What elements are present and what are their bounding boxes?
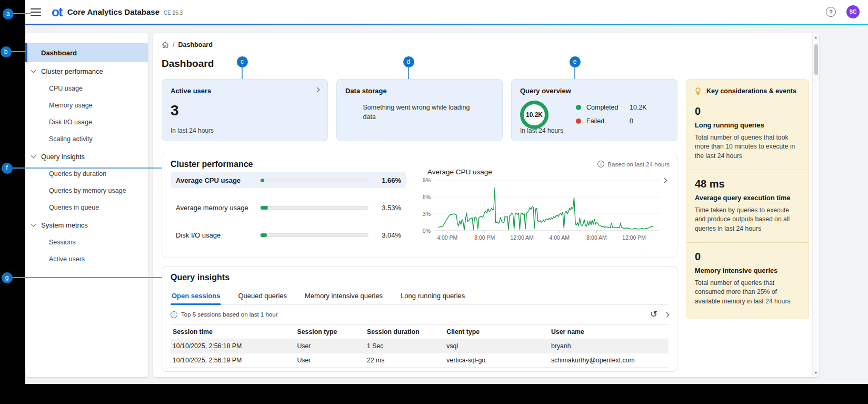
based-on-info: Based on last 24 hours bbox=[597, 161, 670, 167]
help-icon[interactable] bbox=[826, 7, 836, 17]
hamburger-menu-icon[interactable] bbox=[31, 8, 41, 16]
scroll-down-arrow-icon[interactable]: ▼ bbox=[813, 371, 819, 375]
active-users-card: Active users 3 In last 24 hours bbox=[162, 79, 328, 141]
query-donut-value: 10.2K bbox=[526, 111, 543, 119]
sidebar-item-label: Query insights bbox=[41, 153, 85, 161]
sidebar-item-memory-usage[interactable]: Memory usage bbox=[25, 97, 148, 114]
query-overview-card: Query overview 10.2K Completed10.2KFaile… bbox=[511, 79, 677, 141]
svg-text:6%: 6% bbox=[423, 194, 431, 200]
tab-long-running-queries[interactable]: Long running queries bbox=[400, 288, 466, 304]
sidebar-item-sessions[interactable]: Sessions bbox=[25, 234, 148, 251]
metric-label: Average CPU usage bbox=[176, 176, 260, 184]
query-insights-tabs: Open sessionsQueued queriesMemory intens… bbox=[171, 288, 669, 305]
metric-progress-fill bbox=[261, 206, 268, 210]
info-icon bbox=[597, 161, 604, 167]
cluster-performance-section: Cluster performance Based on last 24 hou… bbox=[162, 153, 677, 258]
avatar[interactable]: SC bbox=[846, 5, 860, 18]
sidebar-item-label: Cluster performance bbox=[41, 67, 103, 75]
key-considerations-panel: Key considerations & events 0Long runnin… bbox=[686, 79, 809, 319]
chevron-down-icon bbox=[31, 222, 36, 227]
consideration-description: Time taken by queries to execute and pro… bbox=[695, 206, 800, 233]
data-storage-error-message: Something went wrong while loading data bbox=[363, 103, 476, 122]
annotation-line-b bbox=[11, 51, 26, 52]
screenshot-canvas: ot Core Analytics Database CE 25.3 SC Da… bbox=[0, 0, 868, 404]
sidebar-item-queries-by-memory-usage[interactable]: Queries by memory usage bbox=[25, 182, 148, 199]
consideration-title: Memory intensive queries bbox=[695, 267, 800, 274]
sidebar-item-cpu-usage[interactable]: CPU usage bbox=[25, 80, 148, 97]
svg-text:3%: 3% bbox=[423, 211, 431, 217]
metric-row[interactable]: Disk I/O usage3.04% bbox=[171, 227, 406, 243]
active-users-value: 3 bbox=[171, 102, 319, 119]
main-content-panel: / Dashboard Dashboard Active users 3 In … bbox=[153, 33, 819, 377]
sidebar-item-label: Disk I/O usage bbox=[49, 119, 92, 126]
breadcrumb: / Dashboard bbox=[162, 41, 213, 48]
sidebar-item-active-users[interactable]: Active users bbox=[25, 251, 148, 268]
table-cell: vsql bbox=[444, 342, 549, 350]
sidebar-item-cluster-performance[interactable]: Cluster performance bbox=[25, 62, 148, 80]
legend-value: 10.2K bbox=[630, 104, 647, 111]
query-overview-card-title: Query overview bbox=[520, 87, 669, 95]
annotation-line-c bbox=[242, 67, 243, 79]
sidebar-item-label: Queries in queue bbox=[49, 204, 99, 211]
sidebar-item-label: Active users bbox=[49, 255, 85, 263]
table-cell: 22 ms bbox=[365, 357, 444, 364]
column-header: User name bbox=[549, 328, 669, 336]
sidebar-item-scaling-activity[interactable]: Scaling activity bbox=[25, 131, 148, 147]
consideration-value: 0 bbox=[695, 105, 800, 117]
annotation-line-d bbox=[408, 67, 409, 79]
legend-dot-icon bbox=[576, 105, 581, 110]
query-overview-legend: Completed10.2KFailed0 bbox=[576, 104, 647, 131]
sidebar-item-query-insights[interactable]: Query insights bbox=[25, 147, 148, 165]
sidebar-item-queries-in-queue[interactable]: Queries in queue bbox=[25, 199, 148, 216]
breadcrumb-current[interactable]: Dashboard bbox=[178, 41, 212, 48]
query-insights-info-bar: Top 5 sessions based on last 1 hour ↺ bbox=[171, 307, 669, 322]
table-cell: 10/10/2025, 2:56:18 PM bbox=[171, 342, 295, 350]
sessions-open-icon[interactable] bbox=[664, 312, 670, 317]
table-cell: 10/10/2025, 2:56:19 PM bbox=[171, 357, 295, 364]
tab-memory-intensive-queries[interactable]: Memory intensive queries bbox=[304, 288, 384, 304]
consideration-item: 0Long running queriesTotal number of que… bbox=[686, 97, 809, 170]
consideration-value: 48 ms bbox=[695, 178, 800, 190]
metric-row[interactable]: Average CPU usage1.66% bbox=[171, 172, 406, 188]
svg-text:4:00 PM: 4:00 PM bbox=[437, 234, 457, 241]
legend-label: Failed bbox=[586, 117, 630, 125]
sidebar-item-system-metrics[interactable]: System metrics bbox=[25, 216, 148, 234]
based-on-label: Based on last 24 hours bbox=[607, 161, 670, 167]
scroll-up-arrow-icon[interactable]: ▲ bbox=[813, 35, 819, 39]
cpu-usage-line-series bbox=[438, 188, 654, 230]
consideration-value: 0 bbox=[695, 251, 800, 263]
sessions-table: Session timeSession typeSession duration… bbox=[171, 324, 669, 368]
column-header: Session duration bbox=[365, 328, 444, 336]
table-cell: bryanh bbox=[549, 342, 669, 350]
metric-value: 1.66% bbox=[376, 176, 401, 184]
lightbulb-icon bbox=[694, 87, 702, 95]
tab-open-sessions[interactable]: Open sessions bbox=[171, 288, 221, 304]
table-row[interactable]: 10/10/2025, 2:56:19 PMUser22 msvertica-s… bbox=[171, 353, 669, 368]
tab-queued-queries[interactable]: Queued queries bbox=[237, 288, 288, 304]
cpu-usage-chart: Average CPU usage 9%6%3%0%4:00 PM8:00 PM… bbox=[416, 168, 670, 255]
legend-row: Failed0 bbox=[576, 117, 647, 125]
refresh-icon[interactable]: ↺ bbox=[650, 310, 657, 319]
vertical-scrollbar[interactable]: ▲ ▼ bbox=[812, 33, 819, 377]
home-icon[interactable] bbox=[162, 41, 169, 48]
metric-label: Disk I/O usage bbox=[176, 231, 260, 239]
consideration-title: Average query execution time bbox=[695, 194, 800, 202]
annotation-d: d bbox=[403, 56, 414, 67]
scrollbar-thumb[interactable] bbox=[814, 44, 818, 75]
data-storage-card: Data storage Something went wrong while … bbox=[336, 79, 503, 141]
legend-value: 0 bbox=[630, 117, 633, 125]
query-insights-title: Query insights bbox=[171, 273, 230, 282]
annotation-e: e bbox=[570, 56, 581, 67]
metric-progress-track bbox=[260, 206, 368, 210]
sidebar-item-disk-i-o-usage[interactable]: Disk I/O usage bbox=[25, 114, 148, 131]
metric-row[interactable]: Average memory usage3.53% bbox=[171, 200, 406, 215]
legend-label: Completed bbox=[586, 104, 630, 111]
sidebar-item-dashboard[interactable]: Dashboard bbox=[25, 43, 148, 62]
table-cell: User bbox=[295, 357, 365, 364]
column-header: Session time bbox=[171, 328, 295, 336]
metric-progress-track bbox=[260, 233, 368, 237]
sidebar-item-label: Queries by duration bbox=[49, 170, 106, 178]
sidebar-item-label: Queries by memory usage bbox=[49, 187, 126, 194]
opentext-logo-icon: ot bbox=[52, 6, 62, 18]
table-row[interactable]: 10/10/2025, 2:56:18 PMUser1 Secvsqlbryan… bbox=[171, 339, 669, 353]
